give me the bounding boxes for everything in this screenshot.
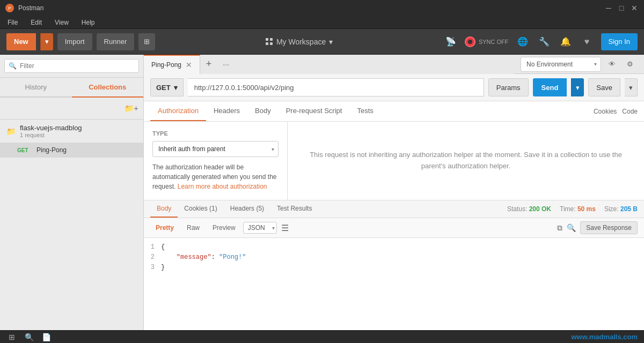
- workspace-button[interactable]: My Workspace ▾: [266, 38, 333, 46]
- save-dropdown-button[interactable]: ▾: [625, 78, 638, 96]
- folder-icon: 📁: [6, 127, 16, 136]
- line-number-3: 3: [144, 263, 161, 273]
- line-content-1: {: [161, 242, 644, 252]
- format-preview[interactable]: Preview: [207, 222, 241, 234]
- json-string-value: "Pong!": [219, 253, 246, 261]
- auth-type-select[interactable]: Inherit auth from parent: [152, 141, 279, 157]
- import-button[interactable]: Import: [57, 33, 92, 50]
- sidebar-search-input[interactable]: [4, 59, 139, 73]
- time-label: Time: 50 ms: [560, 205, 596, 213]
- tabs-env-bar: Ping-Pong ✕ + ··· No Environment ▾ 👁 ⚙: [144, 55, 644, 74]
- collection-item[interactable]: 📁 flask-vuejs-madblog 1 request: [0, 120, 143, 143]
- tabs-bar: Ping-Pong ✕ + ···: [144, 55, 514, 74]
- menu-view[interactable]: View: [53, 18, 71, 27]
- format-select-wrap: JSON ▾: [243, 222, 277, 234]
- close-button[interactable]: ✕: [630, 4, 639, 12]
- request-name: Ping-Pong: [36, 146, 67, 154]
- tab-authorization[interactable]: Authorization: [150, 101, 206, 121]
- sign-in-button[interactable]: Sign In: [601, 33, 638, 50]
- menu-help[interactable]: Help: [79, 18, 97, 27]
- env-selector-wrap: No Environment ▾: [521, 57, 601, 72]
- title-bar: P Postman ─ □ ✕: [0, 0, 644, 16]
- format-right: ⧉ 🔍 Save Response: [557, 221, 638, 234]
- sidebar: 🔍 History Collections 📁+ 📁 flask-vuejs-m…: [0, 55, 144, 330]
- code-link[interactable]: Code: [622, 108, 638, 115]
- response-status-area: Status: 200 OK Time: 50 ms Size: 205 B: [507, 205, 638, 213]
- status-layout-button[interactable]: ⊞: [6, 332, 17, 342]
- heart-icon-button[interactable]: ♥: [580, 34, 595, 49]
- menu-file[interactable]: File: [5, 18, 20, 27]
- tab-more-button[interactable]: ···: [217, 55, 235, 74]
- history-tab[interactable]: History: [0, 78, 72, 98]
- env-settings-button[interactable]: ⚙: [623, 57, 638, 72]
- radar-icon-button[interactable]: 📡: [443, 34, 458, 49]
- params-button[interactable]: Params: [488, 78, 529, 96]
- menu-edit[interactable]: Edit: [28, 18, 44, 27]
- tab-tests[interactable]: Tests: [349, 101, 380, 121]
- app-icon: P: [5, 4, 14, 12]
- format-raw[interactable]: Raw: [181, 222, 205, 234]
- new-folder-button[interactable]: 📁+: [124, 101, 139, 116]
- format-select[interactable]: JSON: [243, 222, 277, 234]
- minimize-button[interactable]: ─: [604, 4, 613, 12]
- search-response-button[interactable]: 🔍: [567, 223, 576, 232]
- new-button[interactable]: New: [6, 33, 36, 50]
- copy-button[interactable]: ⧉: [557, 223, 562, 233]
- url-input[interactable]: [188, 78, 484, 96]
- sync-label: SYNC OFF: [479, 39, 509, 45]
- save-response-button[interactable]: Save Response: [580, 221, 638, 234]
- app-title-area: P Postman: [5, 4, 43, 12]
- size-value: 205 B: [620, 205, 638, 213]
- env-select[interactable]: No Environment: [521, 57, 601, 72]
- auth-right: This request is not inheriting any autho…: [288, 122, 644, 200]
- tab-pre-request[interactable]: Pre-request Script: [279, 101, 350, 121]
- menu-bar: File Edit View Help: [0, 16, 644, 29]
- extra-button[interactable]: ⊞: [138, 33, 155, 50]
- toolbar: New ▾ Import Runner ⊞ My Workspace ▾ 📡 S…: [0, 29, 644, 55]
- filter-icon[interactable]: ☰: [281, 223, 289, 233]
- tab-body[interactable]: Body: [247, 101, 279, 121]
- response-tab-body[interactable]: Body: [150, 200, 178, 218]
- active-tab[interactable]: Ping-Pong ✕: [144, 55, 200, 74]
- wrench-icon-button[interactable]: 🔧: [537, 34, 552, 49]
- auth-select-wrap: Inherit auth from parent ▾: [152, 141, 279, 157]
- app-title: Postman: [18, 4, 43, 12]
- sync-area: SYNC OFF: [465, 36, 509, 47]
- env-eye-button[interactable]: 👁: [604, 57, 619, 72]
- sync-icon: [465, 36, 475, 47]
- request-bar: GET ▾ Params Send ▾ Save ▾: [144, 74, 644, 101]
- maximize-button[interactable]: □: [617, 4, 626, 12]
- tab-headers[interactable]: Headers: [206, 101, 247, 121]
- status-search-button[interactable]: 🔍: [24, 332, 34, 342]
- response-tab-cookies[interactable]: Cookies (1): [178, 200, 223, 218]
- search-icon: 🔍: [9, 62, 17, 70]
- add-tab-button[interactable]: +: [200, 55, 217, 74]
- bell-icon-button[interactable]: 🔔: [558, 34, 573, 49]
- save-button[interactable]: Save: [588, 78, 620, 96]
- status-bar: ⊞ 🔍 📄 www.madmalls.com: [0, 330, 644, 343]
- collections-tab[interactable]: Collections: [72, 78, 144, 98]
- send-dropdown-button[interactable]: ▾: [571, 78, 584, 96]
- code-line-3: 3 }: [144, 263, 644, 273]
- auth-left: TYPE Inherit auth from parent ▾ The auth…: [144, 122, 288, 200]
- auth-learn-more-link[interactable]: Learn more about authorization: [178, 183, 267, 190]
- format-pretty[interactable]: Pretty: [150, 222, 179, 234]
- response-tab-headers[interactable]: Headers (5): [224, 200, 270, 218]
- runner-button[interactable]: Runner: [97, 33, 135, 50]
- watermark: www.madmalls.com: [571, 333, 638, 341]
- tab-close-icon[interactable]: ✕: [186, 61, 192, 69]
- method-select[interactable]: GET ▾: [150, 78, 184, 96]
- search-wrap: 🔍: [4, 59, 139, 73]
- workspace-label: My Workspace: [276, 38, 326, 46]
- globe-icon-button[interactable]: 🌐: [515, 34, 530, 49]
- method-badge: GET: [17, 147, 32, 153]
- code-line-1: 1 {: [144, 242, 644, 252]
- auth-description: The authorization header will be automat…: [152, 162, 279, 191]
- request-item[interactable]: GET Ping-Pong: [0, 143, 143, 158]
- request-tabs: Authorization Headers Body Pre-request S…: [144, 101, 644, 122]
- response-tab-test-results[interactable]: Test Results: [270, 200, 318, 218]
- cookies-link[interactable]: Cookies: [594, 108, 617, 115]
- status-file-button[interactable]: 📄: [41, 332, 52, 342]
- new-dropdown-button[interactable]: ▾: [40, 33, 53, 50]
- send-button[interactable]: Send: [533, 78, 567, 96]
